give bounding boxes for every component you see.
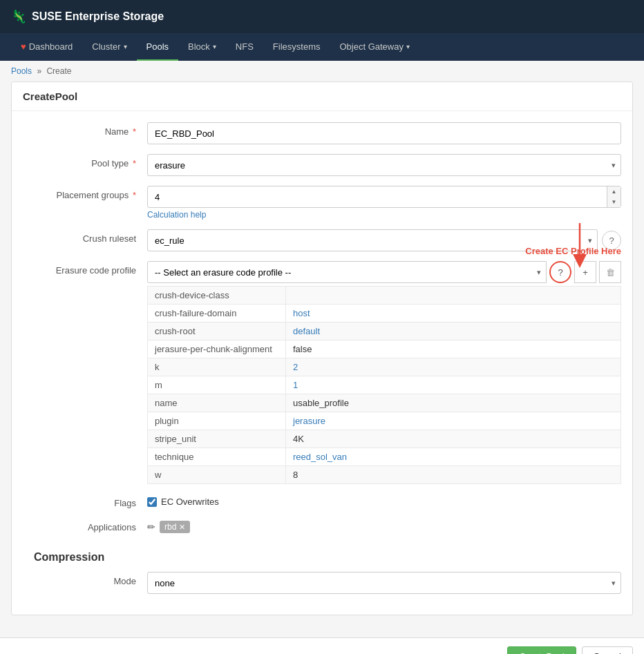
dashboard-heart-icon: ♥ xyxy=(21,41,26,52)
card-body: Name * Pool type * erasure replicated xyxy=(12,111,632,615)
ec-key-cell: w xyxy=(148,466,286,484)
table-row: w8 xyxy=(148,466,621,484)
cluster-dropdown-icon: ▾ xyxy=(124,43,127,50)
create-pool-card: CreatePool Name * Pool type * xyxy=(11,81,633,615)
nav-dashboard[interactable]: ♥ Dashboard xyxy=(11,33,82,61)
crush-ruleset-label: Crush ruleset xyxy=(23,229,147,244)
table-row: crush-failure-domainhost xyxy=(148,305,621,323)
ec-key-cell: name xyxy=(148,394,286,412)
nav-object-gateway[interactable]: Object Gateway ▾ xyxy=(330,33,419,61)
mode-wrap: none aggressive passive force ▾ xyxy=(147,572,621,594)
ec-profile-delete-btn[interactable]: 🗑 xyxy=(599,261,621,283)
crush-ruleset-wrap: ec_rule ▾ ? xyxy=(147,229,621,251)
crush-ruleset-row: Crush ruleset ec_rule ▾ ? xyxy=(23,229,621,251)
top-bar: 🦎 SUSE Enterprise Storage xyxy=(0,0,644,33)
ec-profile-table: crush-device-classcrush-failure-domainho… xyxy=(147,286,621,484)
breadcrumb: Pools » Create xyxy=(0,61,644,81)
crush-ruleset-select[interactable]: ec_rule xyxy=(147,229,598,251)
suse-icon: 🦎 xyxy=(11,9,26,24)
ec-profile-help-btn[interactable]: ? xyxy=(549,261,571,283)
ec-value-cell: usable_profile xyxy=(286,394,621,412)
main-nav: ♥ Dashboard Cluster ▾ Pools Block ▾ NFS … xyxy=(0,33,644,61)
flags-wrap: EC Overwrites xyxy=(147,494,621,507)
ec-value-link[interactable]: jerasure xyxy=(293,416,325,426)
footer-bar: CreatePool Cancel xyxy=(0,637,644,654)
ec-value-cell: jerasure xyxy=(286,412,621,430)
ec-profile-label: Erasure code profile xyxy=(23,261,147,276)
ec-value-cell: 8 xyxy=(286,466,621,484)
ec-value-cell: host xyxy=(286,305,621,323)
table-row: m1 xyxy=(148,376,621,394)
placement-groups-spinners: ▲ ▼ xyxy=(607,186,621,207)
table-row: crush-rootdefault xyxy=(148,323,621,340)
ec-value-cell: false xyxy=(286,340,621,358)
page-content: CreatePool Name * Pool type * xyxy=(0,81,644,637)
name-input[interactable] xyxy=(147,122,621,144)
create-pool-button[interactable]: CreatePool xyxy=(507,646,576,654)
tag-wrap: ✏ rbd ✕ xyxy=(147,518,621,533)
ec-value-cell: 4K xyxy=(286,430,621,448)
ec-value-link[interactable]: default xyxy=(293,326,320,336)
table-row: k2 xyxy=(148,358,621,376)
table-row: jerasure-per-chunk-alignmentfalse xyxy=(148,340,621,358)
flags-row: Flags EC Overwrites xyxy=(23,494,621,508)
name-required-marker: * xyxy=(130,126,136,137)
placement-groups-input[interactable] xyxy=(147,186,621,208)
calculation-help-link[interactable]: Calculation help xyxy=(147,210,621,220)
card-title: CreatePool xyxy=(12,82,632,111)
breadcrumb-separator: » xyxy=(37,66,41,76)
crush-ruleset-help-btn[interactable]: ? xyxy=(602,231,621,250)
ec-key-cell: plugin xyxy=(148,412,286,430)
ec-value-cell: 1 xyxy=(286,376,621,394)
placement-groups-label: Placement groups * xyxy=(23,186,147,200)
ec-key-cell: crush-device-class xyxy=(148,287,286,305)
crush-ruleset-input-row: ec_rule ▾ ? xyxy=(147,229,621,251)
ec-key-cell: crush-root xyxy=(148,323,286,340)
tag-remove-btn[interactable]: ✕ xyxy=(179,523,185,532)
applications-edit-icon[interactable]: ✏ xyxy=(147,521,155,532)
name-input-wrap xyxy=(147,122,621,144)
mode-select-wrap: none aggressive passive force ▾ xyxy=(147,572,621,594)
placement-groups-up-btn[interactable]: ▲ xyxy=(607,186,621,197)
nav-block[interactable]: Block ▾ xyxy=(178,33,226,61)
ec-profile-select[interactable]: -- Select an erasure code profile -- xyxy=(147,261,547,283)
ec-overwrites-checkbox[interactable] xyxy=(147,497,157,507)
table-row: pluginjerasure xyxy=(148,412,621,430)
breadcrumb-parent[interactable]: Pools xyxy=(11,66,32,76)
ec-value-link[interactable]: host xyxy=(293,308,310,318)
cancel-button[interactable]: Cancel xyxy=(582,646,633,654)
mode-select[interactable]: none aggressive passive force xyxy=(147,572,621,594)
ec-value-link[interactable]: 1 xyxy=(293,380,298,390)
applications-wrap: ✏ rbd ✕ xyxy=(147,518,621,533)
compression-section-title: Compression xyxy=(23,543,621,564)
flags-label: Flags xyxy=(23,494,147,508)
pool-type-row: Pool type * erasure replicated ▾ xyxy=(23,154,621,176)
nav-nfs[interactable]: NFS xyxy=(226,33,263,61)
ec-value-link[interactable]: reed_sol_van xyxy=(293,452,347,462)
nav-pools[interactable]: Pools xyxy=(137,33,179,61)
tag-label: rbd xyxy=(164,522,176,532)
nav-cluster[interactable]: Cluster ▾ xyxy=(82,33,136,61)
pool-type-label: Pool type * xyxy=(23,154,147,169)
ec-overwrites-label: EC Overwrites xyxy=(161,497,219,507)
placement-groups-number-wrap: ▲ ▼ xyxy=(147,186,621,208)
pg-required-marker: * xyxy=(130,190,136,200)
object-gateway-dropdown-icon: ▾ xyxy=(406,43,410,50)
ec-profile-input-row: -- Select an erasure code profile -- ▾ ?… xyxy=(147,261,621,283)
ec-key-cell: stripe_unit xyxy=(148,430,286,448)
ec-profile-row: Erasure code profile xyxy=(23,261,621,484)
pool-type-select-wrap: erasure replicated ▾ xyxy=(147,154,621,176)
table-row: stripe_unit4K xyxy=(148,430,621,448)
ec-value-cell: 2 xyxy=(286,358,621,376)
name-row: Name * xyxy=(23,122,621,144)
ec-profile-wrap: Create EC Profile Here -- Select an eras… xyxy=(147,261,621,484)
pool-type-wrap: erasure replicated ▾ xyxy=(147,154,621,176)
placement-groups-down-btn[interactable]: ▼ xyxy=(607,197,621,207)
ec-key-cell: m xyxy=(148,376,286,394)
ec-value-link[interactable]: 2 xyxy=(293,362,298,372)
pool-type-select[interactable]: erasure replicated xyxy=(147,154,621,176)
ec-profile-add-btn[interactable]: + xyxy=(574,261,596,283)
nav-filesystems[interactable]: Filesystems xyxy=(263,33,330,61)
app-logo: 🦎 SUSE Enterprise Storage xyxy=(11,9,186,24)
ec-key-cell: k xyxy=(148,358,286,376)
